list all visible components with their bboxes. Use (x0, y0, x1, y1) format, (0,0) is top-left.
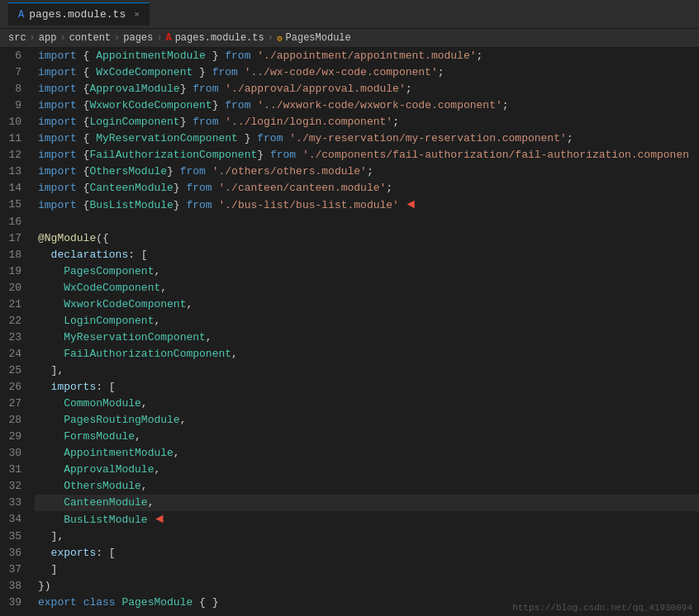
code-line: 14import {CanteenModule} from './canteen… (0, 180, 699, 197)
line-number: 15 (0, 197, 35, 214)
breadcrumb-sep-1: › (30, 32, 36, 44)
code-token: } (180, 116, 193, 128)
line-code: imports: [ (35, 379, 699, 396)
code-token (296, 149, 302, 161)
line-number: 40 (0, 611, 35, 612)
code-token: ; (477, 50, 483, 62)
code-token: import (38, 83, 77, 95)
line-number: 10 (0, 114, 35, 130)
code-token: { (77, 199, 90, 211)
code-token: from (186, 182, 212, 194)
code-token: './components/fail-authorization/fail-au… (302, 149, 689, 161)
line-code: exports: [ (35, 545, 699, 562)
line-number: 22 (0, 313, 35, 329)
code-line: 31 ApprovalModule, (0, 462, 699, 478)
line-code: }) (35, 578, 699, 595)
line-number: 9 (0, 97, 35, 114)
line-code: WxworkCodeComponent, (35, 296, 699, 313)
code-token: PagesRoutingModule (64, 414, 179, 426)
code-token: { (77, 165, 90, 178)
line-code: BusListModule ◄ (35, 511, 699, 528)
code-line: 11import { MyReservationComponent } from… (0, 130, 699, 147)
line-number: 36 (0, 545, 35, 562)
line-number: 6 (0, 48, 35, 64)
code-token: from (193, 116, 218, 128)
code-token: FailAuthorizationComponent (89, 149, 257, 161)
code-token (38, 463, 64, 476)
code-token: { (77, 99, 90, 111)
code-token: { } (193, 596, 218, 609)
code-token: ({ (96, 232, 109, 244)
line-code: AppointmentModule, (35, 445, 699, 462)
line-code: ], (35, 362, 699, 379)
code-token: FormsModule (64, 430, 135, 443)
code-line: 13import {OthersModule} from './others/o… (0, 163, 699, 180)
code-token: @NgModule (38, 232, 96, 244)
code-token: } (206, 50, 225, 62)
line-number: 13 (0, 163, 35, 180)
code-token: } (174, 199, 187, 211)
line-code: import { MyReservationComponent } from '… (35, 130, 699, 147)
code-token: } (212, 99, 226, 111)
line-number: 37 (0, 562, 35, 578)
code-line: 30 AppointmentModule, (0, 445, 699, 462)
line-number: 20 (0, 280, 35, 296)
code-token: ApprovalModule (64, 463, 154, 476)
code-token: ] (38, 563, 57, 576)
code-token: from (212, 66, 238, 78)
code-token: import (38, 116, 77, 128)
code-token: } (257, 149, 270, 161)
code-line: 26 imports: [ (0, 379, 699, 396)
code-line: 16 (0, 214, 699, 230)
code-token: from (186, 199, 212, 211)
code-token: from (180, 165, 206, 178)
code-token: from (193, 83, 218, 95)
code-token: './others/others.module' (212, 165, 367, 178)
code-token (206, 165, 212, 178)
line-number: 34 (0, 511, 35, 528)
code-token: './approval/approval.module' (225, 83, 405, 95)
breadcrumb-sep-2: › (59, 32, 65, 44)
breadcrumb-app: app (39, 32, 57, 44)
code-token (38, 381, 51, 393)
tab-close-button[interactable]: × (134, 10, 140, 20)
line-number: 11 (0, 130, 35, 147)
line-number: 17 (0, 230, 35, 247)
file-tab[interactable]: A pages.module.ts × (8, 2, 150, 26)
line-code: import {LoginComponent} from '../login/l… (35, 114, 699, 130)
code-token: '../login/login.component' (225, 116, 392, 128)
code-token: MyReservationComponent (96, 132, 238, 145)
code-token: , (206, 331, 212, 344)
line-number: 30 (0, 445, 35, 462)
code-token (38, 447, 64, 459)
angular-icon: A (18, 9, 24, 21)
line-code: PagesRoutingModule, (35, 412, 699, 429)
code-token: ; (502, 99, 509, 111)
code-token: import (38, 149, 77, 161)
code-line: 15import {BusListModule} from './bus-lis… (0, 197, 699, 214)
line-code: import {ApprovalModule} from './approval… (35, 81, 699, 97)
code-token: } (238, 132, 257, 145)
line-number: 38 (0, 578, 35, 595)
code-token (38, 265, 64, 277)
code-line: 6import { AppointmentModule } from './ap… (0, 48, 699, 64)
code-token: ; (406, 83, 412, 95)
code-token: './appointment/appointment.module' (257, 50, 476, 62)
code-token: , (160, 282, 167, 294)
line-number: 28 (0, 412, 35, 429)
code-line: 23 MyReservationComponent, (0, 329, 699, 346)
code-line: 33 CanteenModule, (0, 495, 699, 511)
code-line: 8import {ApprovalModule} from './approva… (0, 81, 699, 97)
code-token: PagesModule (121, 596, 193, 609)
code-token: , (174, 447, 180, 459)
line-code: FormsModule, (35, 429, 699, 445)
breadcrumb-sep-3: › (114, 32, 120, 44)
code-token: ], (38, 530, 64, 543)
breadcrumb-file: pages.module.ts (175, 32, 264, 44)
code-token: ◄ (399, 197, 415, 212)
code-token: BusListModule (64, 514, 147, 526)
line-code: import {WxworkCodeComponent} from '../wx… (35, 97, 699, 114)
code-token: '../wx-code/wx-code.component' (245, 66, 438, 78)
code-token: exports (51, 547, 97, 559)
code-token: } (180, 83, 193, 95)
